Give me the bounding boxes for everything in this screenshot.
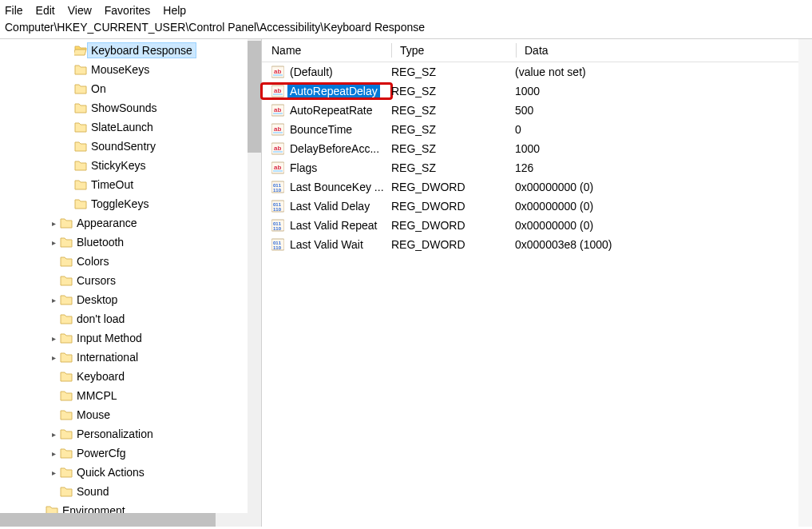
value-name: AutoRepeatDelay xyxy=(287,84,380,98)
folder-icon xyxy=(45,504,59,513)
tree-item-label: Environment xyxy=(59,503,129,513)
value-type: REG_SZ xyxy=(391,161,515,174)
tree-item[interactable]: Colors xyxy=(0,252,261,271)
value-data: 0x00000000 (0) xyxy=(515,219,812,232)
expander-icon[interactable]: ▸ xyxy=(48,334,59,343)
tree-pane: Keyboard ResponseMouseKeysOnShowSoundsSl… xyxy=(0,39,262,527)
tree-item-label: Bluetooth xyxy=(73,235,127,249)
tree-item[interactable]: ShowSounds xyxy=(0,98,261,117)
tree-item[interactable]: ▸Bluetooth xyxy=(0,233,261,252)
tree-item[interactable]: TimeOut xyxy=(0,175,261,194)
value-name: Last Valid Repeat xyxy=(287,218,379,233)
tree-item[interactable]: ▸International xyxy=(0,348,261,367)
tree-item[interactable]: ▸Input Method xyxy=(0,328,261,348)
menu-file[interactable]: File xyxy=(5,4,23,17)
menu-edit[interactable]: Edit xyxy=(36,4,55,17)
column-type[interactable]: Type xyxy=(400,44,516,57)
tree-item-label: PowerCfg xyxy=(73,446,129,460)
value-type: REG_SZ xyxy=(391,85,515,97)
reg-sz-icon xyxy=(271,142,284,155)
tree-item[interactable]: ▸Desktop xyxy=(0,290,261,309)
tree-item[interactable]: SlateLaunch xyxy=(0,117,261,137)
expander-icon[interactable]: ▸ xyxy=(48,430,59,439)
folder-icon xyxy=(59,351,73,364)
tree-item-label: MouseKeys xyxy=(88,62,152,77)
value-name: Last Valid Wait xyxy=(287,237,366,252)
folder-icon xyxy=(73,159,88,172)
tree-item[interactable]: On xyxy=(0,79,261,98)
address-bar[interactable]: Computer\HKEY_CURRENT_USER\Control Panel… xyxy=(0,19,812,39)
tree-item[interactable]: MouseKeys xyxy=(0,60,261,79)
expander-icon[interactable]: ▸ xyxy=(48,296,59,304)
folder-open-icon xyxy=(73,44,88,57)
expander-icon[interactable]: ▸ xyxy=(48,219,59,228)
folder-icon xyxy=(73,101,88,114)
expander-icon[interactable]: ▸ xyxy=(48,238,59,247)
tree-item[interactable]: Keyboard Response xyxy=(0,41,261,60)
tree-item[interactable]: ToggleKeys xyxy=(0,194,261,213)
menu-favorites[interactable]: Favorites xyxy=(105,4,151,17)
tree-item[interactable]: Cursors xyxy=(0,271,261,290)
value-name: AutoRepeatRate xyxy=(287,103,375,117)
tree-item-label: Personalization xyxy=(73,427,156,441)
value-row[interactable]: BounceTimeREG_SZ0 xyxy=(262,120,812,139)
value-type: REG_DWORD xyxy=(391,238,515,251)
folder-icon xyxy=(59,293,73,306)
value-name: Flags xyxy=(287,161,319,175)
value-type: REG_SZ xyxy=(391,142,515,155)
tree-item-label: Keyboard xyxy=(73,369,128,384)
value-row[interactable]: Last Valid WaitREG_DWORD0x000003e8 (1000… xyxy=(262,235,812,254)
scrollbar-thumb[interactable] xyxy=(248,41,261,153)
tree-item[interactable]: Mouse xyxy=(0,405,261,424)
tree-item[interactable]: ▸PowerCfg xyxy=(0,443,261,463)
value-row[interactable]: (Default)REG_SZ(value not set) xyxy=(262,62,812,82)
reg-dword-icon xyxy=(271,181,284,193)
tree-item[interactable]: StickyKeys xyxy=(0,156,261,175)
folder-icon xyxy=(59,447,73,459)
menu-view[interactable]: View xyxy=(68,4,92,17)
tree-item-label: Keyboard Response xyxy=(88,43,196,58)
value-row[interactable]: AutoRepeatDelayREG_SZ1000 xyxy=(262,82,812,101)
tree-item[interactable]: Sound xyxy=(0,482,261,501)
folder-icon xyxy=(73,197,88,210)
value-row[interactable]: Last BounceKey ...REG_DWORD0x00000000 (0… xyxy=(262,177,812,197)
folder-icon xyxy=(59,485,73,498)
value-type: REG_DWORD xyxy=(391,219,515,232)
tree-item[interactable]: don't load xyxy=(0,309,261,328)
column-data[interactable]: Data xyxy=(525,44,812,57)
folder-icon xyxy=(73,178,88,191)
tree-item-label: StickyKeys xyxy=(88,158,149,173)
value-row[interactable]: FlagsREG_SZ126 xyxy=(262,158,812,177)
expander-icon[interactable]: ▸ xyxy=(48,353,59,362)
tree-item-label: Cursors xyxy=(73,273,119,288)
value-vertical-scrollbar[interactable] xyxy=(798,39,812,527)
folder-icon xyxy=(73,140,88,153)
tree-item-label: Quick Actions xyxy=(73,465,148,479)
expander-icon[interactable]: ▸ xyxy=(48,449,59,458)
tree-item-label: On xyxy=(88,82,109,96)
folder-icon xyxy=(73,121,88,133)
tree-item[interactable]: Environment xyxy=(0,501,261,513)
tree-horizontal-scrollbar[interactable] xyxy=(0,513,261,527)
value-row[interactable]: Last Valid RepeatREG_DWORD0x00000000 (0) xyxy=(262,216,812,235)
tree-item[interactable]: MMCPL xyxy=(0,386,261,405)
value-type: REG_SZ xyxy=(391,123,515,136)
tree-item-label: Mouse xyxy=(73,408,113,422)
tree-item[interactable]: SoundSentry xyxy=(0,137,261,156)
tree-item[interactable]: ▸Appearance xyxy=(0,213,261,233)
menu-help[interactable]: Help xyxy=(163,4,186,17)
tree-item[interactable]: Keyboard xyxy=(0,367,261,386)
value-row[interactable]: DelayBeforeAcc...REG_SZ1000 xyxy=(262,139,812,158)
value-row[interactable]: Last Valid DelayREG_DWORD0x00000000 (0) xyxy=(262,197,812,216)
tree-item[interactable]: ▸Quick Actions xyxy=(0,463,261,482)
tree-item[interactable]: ▸Personalization xyxy=(0,424,261,443)
value-name: (Default) xyxy=(287,65,335,79)
scrollbar-thumb[interactable] xyxy=(0,513,216,527)
folder-icon xyxy=(59,274,73,287)
tree-vertical-scrollbar[interactable] xyxy=(248,39,261,513)
value-name: BounceTime xyxy=(287,122,355,137)
value-data: 1000 xyxy=(515,85,812,97)
column-name[interactable]: Name xyxy=(262,44,391,57)
expander-icon[interactable]: ▸ xyxy=(48,468,59,477)
value-row[interactable]: AutoRepeatRateREG_SZ500 xyxy=(262,101,812,120)
